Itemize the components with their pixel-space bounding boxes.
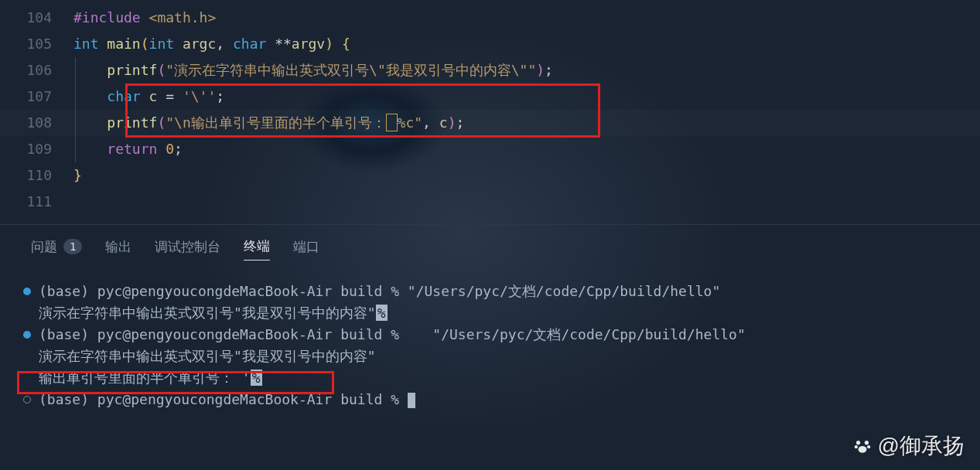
tab-problems[interactable]: 问题 1: [31, 238, 82, 261]
watermark-text: @御承扬: [878, 431, 965, 461]
reverse-video-char: %: [251, 370, 262, 386]
code-line[interactable]: 111: [0, 189, 980, 215]
line-number: 105: [0, 31, 73, 57]
code-line[interactable]: 106 printf("演示在字符串中输出英式双引号\"我是双引号中的内容\""…: [0, 57, 980, 83]
terminal-text: (base) pyc@pengyoucongdeMacBook-Air buil…: [39, 281, 720, 302]
terminal-text: (base) pyc@pengyoucongdeMacBook-Air buil…: [39, 324, 746, 346]
terminal-line: (base) pyc@pengyoucongdeMacBook-Air buil…: [23, 389, 957, 410]
line-number: 109: [0, 136, 73, 162]
paw-icon: [852, 435, 873, 457]
code-line[interactable]: 108 printf("\n输出单引号里面的半个单引号： %c", c);: [0, 110, 980, 136]
terminal-line: 演示在字符串中输出英式双引号"我是双引号中的内容": [23, 346, 957, 367]
terminal-cursor: [408, 393, 415, 408]
code-content[interactable]: int main(int argc, char **argv) {: [73, 31, 980, 57]
terminal-text: 演示在字符串中输出英式双引号"我是双引号中的内容"%: [39, 302, 388, 324]
svg-point-2: [854, 445, 857, 448]
status-bullet-ok: [23, 288, 31, 295]
bottom-panel: 问题 1 输出 调试控制台 终端 端口 (base) pyc@pengyouco…: [0, 224, 980, 418]
tab-terminal-label: 终端: [244, 237, 270, 255]
tab-debug-console-label: 调试控制台: [155, 238, 220, 256]
reverse-video-char: %: [376, 305, 388, 321]
terminal-output[interactable]: (base) pyc@pengyoucongdeMacBook-Air buil…: [0, 270, 980, 418]
line-number: 106: [0, 57, 73, 83]
code-content[interactable]: char c = '\'';: [73, 83, 980, 110]
svg-point-4: [858, 446, 866, 453]
code-line[interactable]: 107 char c = '\'';: [0, 83, 980, 110]
terminal-line: (base) pyc@pengyoucongdeMacBook-Air buil…: [23, 281, 957, 302]
code-content[interactable]: printf("\n输出单引号里面的半个单引号： %c", c);: [73, 110, 980, 136]
tab-problems-label: 问题: [31, 238, 57, 256]
tab-ports-label: 端口: [293, 238, 319, 256]
watermark: @御承扬: [852, 431, 965, 461]
line-number: 107: [0, 83, 73, 110]
tab-ports[interactable]: 端口: [293, 238, 319, 261]
line-number: 111: [0, 189, 73, 215]
code-line[interactable]: 109 return 0;: [0, 136, 980, 162]
code-line[interactable]: 110}: [0, 162, 980, 189]
code-content[interactable]: return 0;: [73, 136, 980, 162]
terminal-text: (base) pyc@pengyoucongdeMacBook-Air buil…: [39, 389, 415, 410]
code-content[interactable]: [73, 189, 980, 215]
line-number: 110: [0, 162, 73, 189]
tab-debug-console[interactable]: 调试控制台: [155, 238, 220, 261]
terminal-line: 演示在字符串中输出英式双引号"我是双引号中的内容"%: [23, 302, 957, 324]
tab-output[interactable]: 输出: [105, 238, 131, 261]
tab-output-label: 输出: [105, 238, 131, 256]
code-editor[interactable]: 104#include <math.h>105int main(int argc…: [0, 0, 980, 215]
line-number: 104: [0, 5, 73, 31]
status-bullet-empty: [23, 396, 31, 404]
status-bullet-ok: [23, 331, 31, 339]
problems-count-badge: 1: [63, 239, 82, 254]
code-content[interactable]: printf("演示在字符串中输出英式双引号\"我是双引号中的内容\"");: [73, 57, 980, 83]
code-content[interactable]: }: [73, 162, 980, 189]
panel-tabbar: 问题 1 输出 调试控制台 终端 端口: [0, 225, 980, 270]
code-content[interactable]: #include <math.h>: [73, 5, 980, 31]
terminal-line: (base) pyc@pengyoucongdeMacBook-Air buil…: [23, 324, 957, 346]
terminal-text: 输出单引号里面的半个单引号： '%: [39, 367, 262, 389]
code-line[interactable]: 105int main(int argc, char **argv) {: [0, 31, 980, 57]
svg-point-3: [867, 445, 870, 448]
svg-point-0: [856, 441, 860, 444]
tab-terminal[interactable]: 终端: [244, 237, 270, 261]
code-line[interactable]: 104#include <math.h>: [0, 5, 980, 31]
terminal-line: 输出单引号里面的半个单引号： '%: [23, 367, 957, 389]
svg-point-1: [864, 441, 868, 444]
terminal-text: 演示在字符串中输出英式双引号"我是双引号中的内容": [39, 346, 376, 367]
